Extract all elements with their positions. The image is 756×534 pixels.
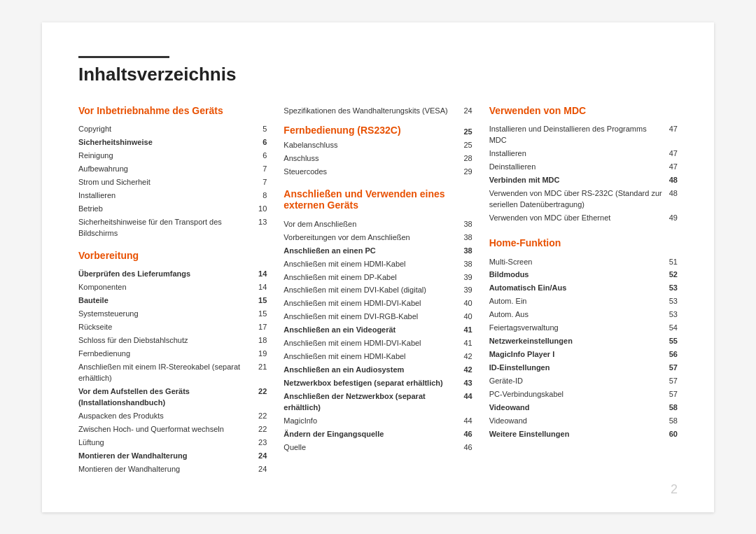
toc-entry-num: 53 bbox=[648, 309, 678, 322]
toc-entry-label: Vor dem Aufstellen des Geräts (Installat… bbox=[78, 385, 251, 409]
toc-entry-label: Deinstallieren bbox=[489, 160, 662, 174]
toc-entry-num: 39 bbox=[457, 284, 472, 297]
toc-entry-label: Anschließen an ein Audiosystem bbox=[284, 364, 456, 377]
toc-entry-label: Anschließen mit einem HDMI-DVI-Kabel bbox=[284, 337, 456, 351]
column-2: Spezifikationen des Wandhalterungskits (… bbox=[284, 105, 489, 477]
toc-entry-num: 6 bbox=[251, 149, 267, 162]
toc-entry-num: 60 bbox=[648, 428, 678, 441]
toc-entry-label: Copyright bbox=[78, 123, 251, 136]
section-title-fernbedienung: Fernbedienung (RS232C) bbox=[284, 125, 400, 136]
toc-entry-num: 14 bbox=[251, 281, 267, 295]
toc-entry-num: 7 bbox=[251, 176, 267, 189]
toc-entry-num: 19 bbox=[251, 348, 267, 361]
toc-entry-label: Aufbewahrung bbox=[78, 162, 251, 176]
toc-entry-label: Anschließen der Netzwerkbox (separat erh… bbox=[284, 390, 456, 414]
toc-entry-label: Systemsteuerung bbox=[78, 308, 251, 321]
toc-entry-num: 22 bbox=[251, 409, 267, 423]
toc-entry-num: 14 bbox=[251, 268, 267, 281]
toc-entry-num: 38 bbox=[457, 218, 472, 231]
toc-entry-label: Multi-Screen bbox=[489, 255, 648, 269]
toc-entry-label: Quelle bbox=[284, 441, 456, 454]
toc-entry-num: 56 bbox=[648, 349, 678, 362]
toc-entry-label: Automatisch Ein/Aus bbox=[489, 282, 648, 295]
toc-entry-num: 42 bbox=[457, 364, 472, 377]
toc-entry-num: 43 bbox=[457, 377, 472, 391]
toc-entry-num: 46 bbox=[457, 441, 472, 454]
toc-entry-label: Autom. Aus bbox=[489, 309, 648, 322]
toc-entry-label: Installieren bbox=[489, 147, 662, 160]
toc-entry-label: Anschließen mit einem DVI-RGB-Kabel bbox=[284, 311, 456, 324]
toc-entry-num: 22 bbox=[251, 423, 267, 436]
toc-entry-label: Videowand bbox=[489, 401, 648, 414]
toc-entry-label: Installieren bbox=[78, 189, 251, 202]
toc-entry-num: 54 bbox=[648, 322, 678, 335]
toc-entry-label: Anschließen mit einem HDMI-Kabel bbox=[284, 258, 456, 271]
toc-entry-label: Steuercodes bbox=[284, 165, 430, 178]
toc-entry-num: 18 bbox=[251, 335, 267, 348]
toc-table-top: Spezifikationen des Wandhalterungskits (… bbox=[284, 105, 472, 118]
toc-entry-num: 21 bbox=[251, 361, 267, 386]
toc-entry-label: ID-Einstellungen bbox=[489, 362, 648, 375]
section-title-vor-inbetriebnahme: Vor Inbetriebnahme des Geräts bbox=[78, 105, 267, 116]
toc-entry-label: PC-Verbindungskabel bbox=[489, 388, 648, 401]
toc-entry-label: Anschluss bbox=[284, 152, 430, 165]
toc-entry-num: 53 bbox=[648, 295, 678, 309]
toc-entry-label: Anschließen mit einem HDMI-Kabel bbox=[284, 351, 456, 364]
toc-entry-num: 57 bbox=[648, 362, 678, 375]
toc-entry-num: 47 bbox=[662, 160, 678, 174]
toc-entry-num: 58 bbox=[648, 414, 678, 428]
column-3: Verwenden von MDCInstallieren und Deinst… bbox=[489, 105, 678, 477]
toc-entry-num: 49 bbox=[662, 211, 678, 225]
toc-entry-label: Anschließen an einen PC bbox=[284, 244, 456, 258]
toc-entry-num: 5 bbox=[251, 123, 267, 136]
toc-entry-label: Autom. Ein bbox=[489, 295, 648, 309]
toc-entry-num: 22 bbox=[251, 385, 267, 409]
section-title-col3-0: Verwenden von MDC bbox=[489, 105, 678, 116]
toc-entry-label: Komponenten bbox=[78, 281, 251, 295]
toc-entry-label: Anschließen mit einem HDMI-DVI-Kabel bbox=[284, 297, 456, 311]
toc-entry-label: Feiertagsverwaltung bbox=[489, 322, 648, 335]
toc-entry-label: Weitere Einstellungen bbox=[489, 428, 648, 441]
toc-entry-num: 17 bbox=[251, 321, 267, 335]
toc-entry-label: Rückseite bbox=[78, 321, 251, 335]
toc-entry-label: Verbinden mit MDC bbox=[489, 174, 662, 187]
page-title: Inhaltsverzeichnis bbox=[78, 64, 678, 85]
toc-entry-num: 38 bbox=[457, 258, 472, 271]
section-title-vorbereitung: Vorbereitung bbox=[78, 250, 267, 261]
toc-entry-label: Lüftung bbox=[78, 436, 251, 449]
toc-entry-label: Netzwerkbox befestigen (separat erhältli… bbox=[284, 377, 456, 391]
col2-section-1: Anschließen und Verwenden eines externen… bbox=[284, 188, 472, 454]
toc-entry-num: 10 bbox=[251, 202, 267, 216]
toc-entry-label: Netzwerkeinstellungen bbox=[489, 335, 648, 349]
toc-entry-num: 7 bbox=[251, 162, 267, 176]
toc-entry-num: 51 bbox=[648, 255, 678, 269]
toc-entry-num: 53 bbox=[648, 282, 678, 295]
toc-entry-num: 8 bbox=[251, 189, 267, 202]
toc-entry-num: 39 bbox=[457, 271, 472, 284]
toc-entry-label: Ändern der Eingangsquelle bbox=[284, 428, 456, 441]
toc-entry-label: Sicherheitshinweise bbox=[78, 136, 251, 149]
toc-entry-label: Videowand bbox=[489, 414, 648, 428]
toc-entry-num: 44 bbox=[457, 414, 472, 428]
toc-entry-label: Reinigung bbox=[78, 149, 251, 162]
toc-entry-num: 25 bbox=[430, 139, 472, 152]
toc-entry-label: Betrieb bbox=[78, 202, 251, 216]
toc-entry-num: 41 bbox=[457, 337, 472, 351]
toc-entry-num: 41 bbox=[457, 324, 472, 337]
col2-section-0: Fernbedienung (RS232C)25Kabelanschluss25… bbox=[284, 125, 472, 178]
toc-entry-num: 23 bbox=[251, 436, 267, 449]
section-title-anschliessen: Anschließen und Verwenden eines externen… bbox=[284, 188, 472, 211]
section-title-col3-1: Home-Funktion bbox=[489, 237, 678, 248]
toc-entry-num: 52 bbox=[648, 269, 678, 282]
toc-table-vorbereitung: Überprüfen des Lieferumfangs14Komponente… bbox=[78, 268, 267, 476]
toc-entry-num: 55 bbox=[648, 335, 678, 349]
toc-entry-num: 24 bbox=[251, 463, 267, 476]
toc-entry-label: Montieren der Wandhalterung bbox=[78, 449, 251, 463]
toc-entry-label: Verwenden von MDC über Ethernet bbox=[489, 211, 662, 225]
toc-entry-num: 44 bbox=[457, 390, 472, 414]
toc-entry-label: Anschließen mit einem DVI-Kabel (digital… bbox=[284, 284, 456, 297]
col3-section-0: Verwenden von MDCInstallieren und Deinst… bbox=[489, 105, 678, 225]
toc-entry-label: Sicherheitshinweise für den Transport de… bbox=[78, 216, 251, 240]
toc-entry-label: Verwenden von MDC über RS-232C (Standard… bbox=[489, 187, 662, 211]
toc-entry-label: Fernbedienung bbox=[78, 348, 251, 361]
